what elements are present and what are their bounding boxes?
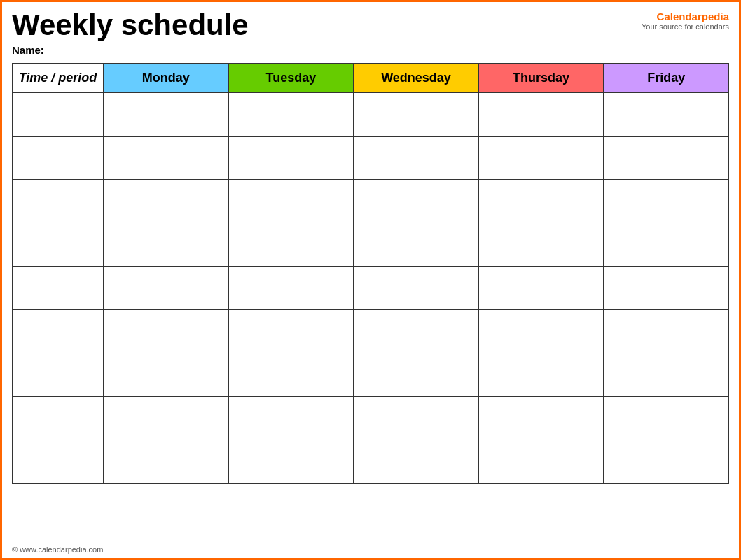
schedule-cell[interactable] bbox=[478, 440, 604, 484]
thursday-header: Thursday bbox=[478, 64, 604, 93]
schedule-cell[interactable] bbox=[104, 397, 229, 440]
schedule-cell[interactable] bbox=[604, 93, 729, 136]
schedule-cell[interactable] bbox=[104, 354, 229, 397]
time-period-header: Time / period bbox=[13, 64, 104, 93]
time-cell[interactable] bbox=[13, 136, 104, 180]
page-container: Weekly schedule Calendarpedia Your sourc… bbox=[0, 0, 741, 560]
name-row: Name: bbox=[12, 44, 729, 56]
schedule-cell[interactable] bbox=[478, 223, 604, 267]
schedule-cell[interactable] bbox=[228, 310, 354, 354]
schedule-cell[interactable] bbox=[478, 267, 604, 310]
logo-brand: Calendar bbox=[657, 10, 702, 22]
schedule-cell[interactable] bbox=[604, 310, 729, 354]
table-row bbox=[13, 397, 729, 440]
schedule-cell[interactable] bbox=[478, 136, 604, 180]
logo-text: Calendarpedia bbox=[642, 10, 729, 22]
friday-header: Friday bbox=[604, 64, 729, 93]
table-row bbox=[13, 267, 729, 310]
schedule-cell[interactable] bbox=[604, 267, 729, 310]
monday-header: Monday bbox=[104, 64, 229, 93]
wednesday-header: Wednesday bbox=[354, 64, 479, 93]
schedule-cell[interactable] bbox=[604, 440, 729, 484]
schedule-cell[interactable] bbox=[228, 397, 354, 440]
table-row bbox=[13, 440, 729, 484]
schedule-cell[interactable] bbox=[354, 397, 479, 440]
schedule-cell[interactable] bbox=[104, 136, 229, 180]
time-cell[interactable] bbox=[13, 267, 104, 310]
table-row bbox=[13, 354, 729, 397]
schedule-cell[interactable] bbox=[228, 180, 354, 223]
schedule-cell[interactable] bbox=[604, 223, 729, 267]
schedule-cell[interactable] bbox=[354, 136, 479, 180]
schedule-cell[interactable] bbox=[104, 440, 229, 484]
schedule-cell[interactable] bbox=[604, 354, 729, 397]
schedule-cell[interactable] bbox=[104, 310, 229, 354]
schedule-cell[interactable] bbox=[354, 93, 479, 136]
schedule-cell[interactable] bbox=[228, 93, 354, 136]
schedule-cell[interactable] bbox=[478, 397, 604, 440]
time-cell[interactable] bbox=[13, 440, 104, 484]
schedule-cell[interactable] bbox=[604, 180, 729, 223]
schedule-cell[interactable] bbox=[104, 180, 229, 223]
schedule-cell[interactable] bbox=[478, 93, 604, 136]
table-row bbox=[13, 93, 729, 136]
schedule-cell[interactable] bbox=[604, 397, 729, 440]
table-row bbox=[13, 136, 729, 180]
schedule-cell[interactable] bbox=[228, 136, 354, 180]
logo-accent: pedia bbox=[702, 10, 729, 22]
schedule-cell[interactable] bbox=[104, 93, 229, 136]
schedule-cell[interactable] bbox=[478, 354, 604, 397]
schedule-body bbox=[13, 93, 729, 484]
schedule-cell[interactable] bbox=[104, 223, 229, 267]
time-cell[interactable] bbox=[13, 354, 104, 397]
time-cell[interactable] bbox=[13, 93, 104, 136]
schedule-cell[interactable] bbox=[228, 223, 354, 267]
schedule-cell[interactable] bbox=[228, 267, 354, 310]
table-row bbox=[13, 223, 729, 267]
schedule-cell[interactable] bbox=[104, 267, 229, 310]
footer: © www.calendarpedia.com bbox=[12, 545, 103, 554]
page-title: Weekly schedule bbox=[12, 9, 249, 41]
logo-container: Calendarpedia Your source for calendars bbox=[642, 10, 729, 31]
logo-tagline: Your source for calendars bbox=[642, 22, 729, 31]
schedule-cell[interactable] bbox=[354, 223, 479, 267]
schedule-cell[interactable] bbox=[478, 180, 604, 223]
schedule-cell[interactable] bbox=[604, 136, 729, 180]
schedule-table: Time / period Monday Tuesday Wednesday T… bbox=[12, 63, 729, 484]
schedule-cell[interactable] bbox=[478, 310, 604, 354]
schedule-cell[interactable] bbox=[354, 180, 479, 223]
table-header-row: Time / period Monday Tuesday Wednesday T… bbox=[13, 64, 729, 93]
tuesday-header: Tuesday bbox=[228, 64, 354, 93]
schedule-cell[interactable] bbox=[354, 267, 479, 310]
schedule-cell[interactable] bbox=[354, 440, 479, 484]
time-cell[interactable] bbox=[13, 180, 104, 223]
schedule-cell[interactable] bbox=[354, 354, 479, 397]
header: Weekly schedule Calendarpedia Your sourc… bbox=[12, 9, 729, 41]
table-row bbox=[13, 310, 729, 354]
schedule-cell[interactable] bbox=[228, 440, 354, 484]
time-cell[interactable] bbox=[13, 223, 104, 267]
schedule-cell[interactable] bbox=[354, 310, 479, 354]
time-cell[interactable] bbox=[13, 310, 104, 354]
schedule-cell[interactable] bbox=[228, 354, 354, 397]
time-cell[interactable] bbox=[13, 397, 104, 440]
table-row bbox=[13, 180, 729, 223]
